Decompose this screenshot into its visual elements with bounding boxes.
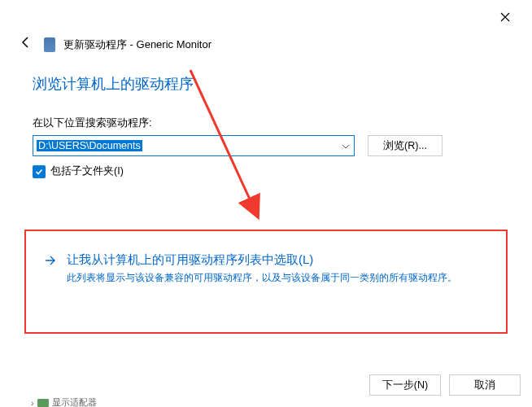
search-location-label: 在以下位置搜索驱动程序:	[33, 116, 499, 130]
include-subfolders-row: 包括子文件夹(I)	[33, 164, 499, 178]
back-arrow-icon[interactable]	[16, 36, 36, 53]
arrow-right-icon	[44, 254, 57, 270]
background-peek: › 显示适配器	[31, 396, 97, 407]
pick-from-list-option[interactable]: 让我从计算机上的可用驱动程序列表中选取(L) 此列表将显示与该设备兼容的可用驱动…	[24, 230, 508, 334]
update-driver-window: 更新驱动程序 - Generic Monitor 浏览计算机上的驱动程序 在以下…	[0, 0, 532, 407]
path-value: D:\USERS\Documents	[37, 140, 142, 151]
page-heading: 浏览计算机上的驱动程序	[33, 74, 499, 94]
display-adapter-icon	[37, 399, 49, 407]
search-row: D:\USERS\Documents 浏览(R)...	[33, 135, 499, 156]
window-title: 更新驱动程序 - Generic Monitor	[63, 37, 211, 52]
header-bar: 更新驱动程序 - Generic Monitor	[0, 0, 532, 59]
option-title: 让我从计算机上的可用驱动程序列表中选取(L)	[67, 252, 488, 268]
content-area: 浏览计算机上的驱动程序 在以下位置搜索驱动程序: D:\USERS\Docume…	[0, 59, 532, 178]
cancel-button[interactable]: 取消	[449, 374, 521, 396]
display-adapter-label: 显示适配器	[52, 396, 97, 407]
monitor-device-icon	[44, 37, 55, 52]
browse-button[interactable]: 浏览(R)...	[368, 135, 443, 156]
driver-path-input[interactable]: D:\USERS\Documents	[33, 135, 355, 156]
include-subfolders-checkbox[interactable]	[33, 165, 46, 178]
option-description: 此列表将显示与该设备兼容的可用驱动程序，以及与该设备属于同一类别的所有驱动程序。	[67, 270, 488, 285]
footer-buttons: 下一步(N) 取消	[369, 374, 521, 396]
tree-chevron-icon: ›	[31, 398, 34, 408]
chevron-down-icon[interactable]	[342, 142, 349, 151]
include-subfolders-label: 包括子文件夹(I)	[50, 164, 124, 178]
next-button[interactable]: 下一步(N)	[369, 374, 441, 396]
close-icon[interactable]	[493, 5, 517, 29]
